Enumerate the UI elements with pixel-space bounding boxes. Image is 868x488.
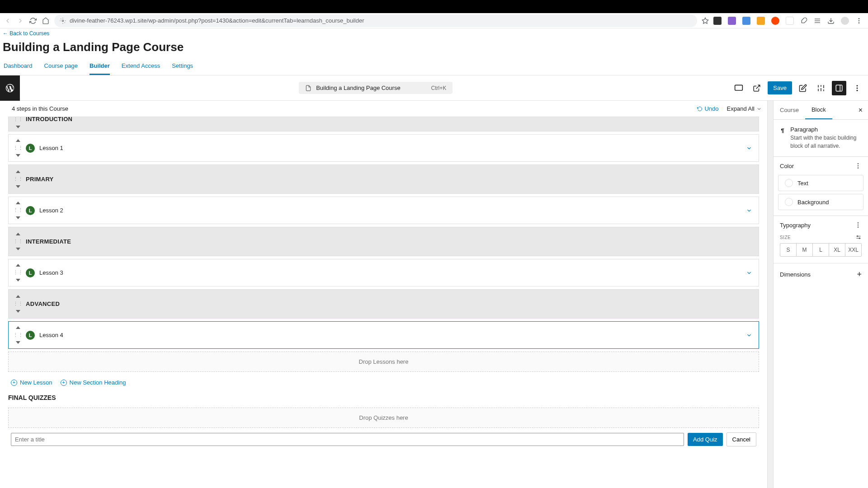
section-title: INTERMEDIATE	[26, 238, 71, 245]
expand-all-link[interactable]: Expand All	[727, 105, 762, 112]
drag-handle[interactable]: ⋮⋮	[15, 233, 21, 250]
section-primary[interactable]: ⋮⋮ PRIMARY	[8, 164, 759, 194]
ext-icon-4[interactable]	[757, 17, 765, 25]
color-swatch	[785, 179, 793, 187]
drag-handle[interactable]: ⋮⋮	[15, 202, 21, 219]
typography-panel-label: Typography	[780, 222, 811, 229]
bookmark-star-icon[interactable]	[702, 17, 709, 24]
sidebar-toggle-icon[interactable]	[832, 81, 846, 95]
text-color-row[interactable]: Text	[778, 175, 863, 191]
svg-point-4	[859, 18, 860, 19]
sidebar-tab-block[interactable]: Block	[805, 101, 832, 119]
back-icon[interactable]	[4, 17, 12, 25]
size-l[interactable]: L	[813, 244, 829, 256]
ext-icon-3[interactable]	[742, 17, 750, 25]
section-title: INTRODUCTION	[26, 116, 72, 122]
tab-course-page[interactable]: Course page	[44, 59, 78, 75]
lesson-title: Lesson 4	[39, 332, 63, 338]
block-description: Start with the basic building block of a…	[790, 134, 862, 150]
address-bar[interactable]: divine-feather-76243.wp1.site/wp-admin/p…	[54, 14, 697, 27]
svg-point-19	[858, 163, 859, 164]
download-icon[interactable]	[827, 17, 835, 24]
drag-handle[interactable]: ⋮⋮	[15, 326, 21, 344]
section-advanced[interactable]: ⋮⋮ ADVANCED	[8, 289, 759, 319]
wordpress-logo[interactable]	[0, 75, 20, 101]
chevron-up-icon	[16, 139, 20, 142]
plus-icon: +	[61, 380, 67, 386]
background-color-row[interactable]: Background	[778, 194, 863, 210]
back-to-courses-link[interactable]: ← Back to Courses	[0, 28, 868, 38]
size-button-group: S M L XL XXL	[780, 243, 862, 257]
svg-point-21	[858, 167, 859, 169]
lesson-row-2[interactable]: ⋮⋮ L Lesson 2	[8, 197, 759, 224]
expand-icon[interactable]	[746, 207, 752, 214]
list-icon[interactable]	[814, 17, 821, 24]
svg-rect-7	[735, 85, 743, 90]
more-options-icon[interactable]	[854, 162, 862, 169]
slider-icon[interactable]	[855, 234, 862, 240]
drag-handle[interactable]: ⋮⋮	[15, 264, 21, 282]
svg-rect-14	[836, 85, 842, 91]
new-lesson-link[interactable]: +New Lesson	[11, 379, 52, 386]
drop-lessons-zone[interactable]: Drop Lessons here	[8, 352, 759, 372]
sidebar-tab-course[interactable]: Course	[774, 101, 805, 119]
size-s[interactable]: S	[780, 244, 797, 256]
size-m[interactable]: M	[797, 244, 813, 256]
ext-icon-1[interactable]	[713, 17, 722, 25]
shortcut-label: Ctrl+K	[431, 85, 446, 91]
expand-icon[interactable]	[746, 145, 752, 151]
url-text: divine-feather-76243.wp1.site/wp-admin/p…	[70, 17, 364, 24]
extensions-icon[interactable]	[800, 17, 807, 24]
quiz-title-input[interactable]	[11, 433, 684, 446]
menu-icon[interactable]	[855, 17, 863, 24]
color-swatch	[785, 198, 793, 206]
settings-slider-icon[interactable]	[814, 81, 828, 95]
lesson-row-1[interactable]: ⋮⋮ L Lesson 1	[8, 134, 759, 162]
svg-point-17	[857, 87, 858, 89]
section-intermediate[interactable]: ⋮⋮ INTERMEDIATE	[8, 227, 759, 256]
home-icon[interactable]	[42, 17, 50, 25]
external-link-icon[interactable]	[750, 81, 764, 95]
drop-quizzes-zone[interactable]: Drop Quizzes here	[8, 408, 759, 428]
lesson-row-3[interactable]: ⋮⋮ L Lesson 3	[8, 259, 759, 286]
close-sidebar-icon[interactable]: ×	[853, 106, 868, 114]
tab-extend-access[interactable]: Extend Access	[122, 59, 160, 75]
tab-builder[interactable]: Builder	[90, 59, 110, 75]
undo-link[interactable]: Undo	[697, 105, 718, 112]
tab-settings[interactable]: Settings	[172, 59, 193, 75]
expand-icon[interactable]	[746, 270, 752, 276]
drag-handle[interactable]: ⋮⋮	[15, 139, 21, 157]
plus-icon: +	[11, 380, 17, 386]
add-dimensions-icon[interactable]: +	[857, 270, 862, 279]
lesson-row-4[interactable]: ⋮⋮ L Lesson 4	[8, 321, 759, 349]
edit-icon[interactable]	[796, 81, 810, 95]
ext-icon-2[interactable]	[728, 17, 736, 25]
forward-icon[interactable]	[16, 17, 24, 25]
builder-panel: 4 steps in this Course Undo Expand All ⋮…	[0, 101, 768, 488]
ext-icon-5[interactable]	[771, 17, 779, 25]
command-palette[interactable]: Building a Landing Page Course Ctrl+K	[299, 82, 453, 94]
scrollbar[interactable]	[768, 101, 773, 488]
new-section-link[interactable]: +New Section Heading	[61, 379, 126, 386]
save-button[interactable]: Save	[768, 81, 792, 94]
ext-icon-6[interactable]	[786, 17, 794, 25]
cancel-button[interactable]: Cancel	[726, 432, 756, 446]
add-quiz-button[interactable]: Add Quiz	[688, 433, 722, 446]
reload-icon[interactable]	[29, 17, 37, 25]
size-xxl[interactable]: XXL	[845, 244, 861, 256]
svg-point-23	[858, 225, 859, 226]
tab-dashboard[interactable]: Dashboard	[4, 59, 33, 75]
drag-handle[interactable]: ⋮⋮	[15, 170, 21, 188]
block-sidebar: Course Block × Paragraph Start with the …	[773, 101, 868, 488]
expand-icon[interactable]	[746, 332, 752, 338]
more-options-icon[interactable]	[854, 221, 862, 229]
size-xl[interactable]: XL	[829, 244, 845, 256]
drag-handle[interactable]: ⋮⋮	[15, 295, 21, 313]
more-icon[interactable]	[850, 81, 864, 95]
section-introduction[interactable]: ⋮⋮ INTRODUCTION	[8, 117, 759, 131]
avatar-icon[interactable]	[841, 17, 849, 25]
section-title: ADVANCED	[26, 300, 60, 307]
dimensions-panel-label: Dimensions	[780, 271, 811, 278]
drag-handle[interactable]: ⋮⋮	[15, 117, 21, 128]
view-icon[interactable]	[731, 81, 746, 95]
